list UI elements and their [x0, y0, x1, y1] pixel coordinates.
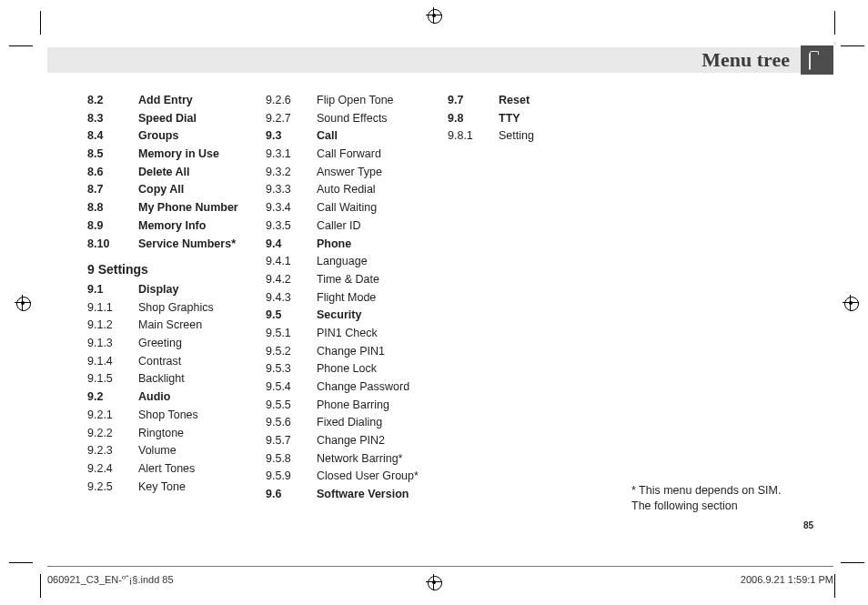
menu-number: 9.1.4 [87, 356, 138, 368]
menu-label: Phone [317, 238, 448, 250]
menu-row: 8.10Service Numbers* [87, 238, 260, 250]
menu-label: Key Tone [138, 481, 260, 493]
menu-number: 8.9 [87, 220, 138, 232]
menu-row: 9.5.5Phone Barring [266, 399, 448, 411]
menu-label: Auto Redial [317, 184, 448, 196]
menu-label: Answer Type [317, 166, 448, 178]
menu-label: Contrast [138, 356, 260, 368]
menu-number: 8.6 [87, 166, 138, 178]
menu-row: 9.8TTY [448, 113, 593, 125]
menu-label: Backlight [138, 373, 260, 385]
menu-row: 8.7Copy All [87, 184, 260, 196]
menu-label: Shop Tones [138, 409, 260, 421]
menu-label: Main Screen [138, 319, 260, 331]
menu-number: 9.7 [448, 95, 499, 106]
menu-label: Fixed Dialing [317, 417, 448, 429]
menu-row: 9.4.1Language [266, 256, 448, 267]
menu-label: Add Entry [138, 95, 260, 106]
menu-label: Security [317, 309, 448, 321]
registration-mark-icon [426, 7, 442, 24]
menu-label: Phone Lock [317, 363, 448, 375]
menu-label: Software Version [317, 489, 448, 500]
menu-number: 9.5.6 [266, 417, 317, 429]
content-area: 8.2Add Entry8.3Speed Dial8.4Groups8.5Mem… [87, 95, 819, 523]
menu-label: Sound Effects [317, 113, 448, 125]
menu-label: Volume [138, 445, 260, 457]
menu-row: 9.1.1Shop Graphics [87, 302, 260, 314]
footnote: * This menu depends on SIM. The followin… [631, 483, 813, 514]
menu-label: Change PIN1 [317, 346, 448, 358]
menu-label: Call Waiting [317, 202, 448, 214]
menu-number: 8.2 [87, 95, 138, 106]
menu-row: 8.6Delete All [87, 166, 260, 178]
menu-number: 9.3.3 [266, 184, 317, 196]
menu-number: 9.6 [266, 489, 317, 500]
menu-row: 9.5.4Change Password [266, 381, 448, 393]
menu-number: 9.2.7 [266, 113, 317, 125]
menu-number: 9.3.1 [266, 148, 317, 160]
menu-label: Memory in Use [138, 148, 260, 160]
footer-right: 2006.9.21 1:59:1 PM [741, 574, 833, 585]
footnote-line2: The following section [631, 499, 738, 512]
menu-number: 9.5 [266, 309, 317, 321]
menu-row: 9.3.3Auto Redial [266, 184, 448, 196]
menu-number: 9.1.1 [87, 302, 138, 314]
footnote-line1: * This menu depends on SIM. [631, 484, 781, 497]
menu-number: 9.4.1 [266, 256, 317, 267]
menu-number: 9.5.7 [266, 435, 317, 447]
footer: 060921_C3_EN-ºˆ¡§.indd 85 2006.9.21 1:59… [47, 566, 833, 585]
menu-row: 9.7Reset [448, 95, 593, 106]
menu-label: PIN1 Check [317, 328, 448, 339]
menu-row: 9.2.5Key Tone [87, 481, 260, 493]
menu-label: Audio [138, 391, 260, 403]
menu-label: Change Password [317, 381, 448, 393]
menu-label: Closed User Group* [317, 470, 448, 482]
menu-label: Flight Mode [317, 292, 448, 304]
menu-label: Ringtone [138, 428, 260, 439]
menu-number: 9.4.3 [266, 292, 317, 304]
menu-label: Call Forward [317, 148, 448, 160]
header-tab [801, 45, 833, 75]
menu-number: 9.3.4 [266, 202, 317, 214]
menu-row: 9.2.4Alert Tones [87, 463, 260, 475]
menu-row: 9.3.1Call Forward [266, 148, 448, 160]
menu-row: 8.3Speed Dial [87, 113, 260, 125]
menu-row: 9.5.2Change PIN1 [266, 346, 448, 358]
menu-row: 9.4.3Flight Mode [266, 292, 448, 304]
menu-row: 9.4.2Time & Date [266, 274, 448, 286]
menu-row: 9.2.2Ringtone [87, 428, 260, 439]
page-title: Menu tree [701, 47, 795, 73]
menu-number: 9.5.4 [266, 381, 317, 393]
menu-label: My Phone Number [138, 202, 260, 214]
menu-number: 9.5.2 [266, 346, 317, 358]
menu-number: 9.2.1 [87, 409, 138, 421]
menu-number: 9.8 [448, 113, 499, 125]
menu-label: Network Barring* [317, 453, 448, 465]
menu-number: 9.1 [87, 284, 138, 296]
menu-number: 9.1.3 [87, 338, 138, 349]
menu-row: 9.5.7Change PIN2 [266, 435, 448, 447]
menu-number: 8.5 [87, 148, 138, 160]
menu-row: 9.3.4Call Waiting [266, 202, 448, 214]
menu-label: Setting [499, 130, 593, 142]
folder-arrow-icon [809, 54, 825, 66]
footer-left: 060921_C3_EN-ºˆ¡§.indd 85 [47, 574, 174, 585]
menu-row: 9.2.1Shop Tones [87, 409, 260, 421]
menu-number: 9.2.3 [87, 445, 138, 457]
menu-number: 9.1.2 [87, 319, 138, 331]
menu-row: 9.8.1Setting [448, 130, 593, 142]
menu-number: 9.2.2 [87, 428, 138, 439]
menu-row: 9.5Security [266, 309, 448, 321]
menu-row: 8.2Add Entry [87, 95, 260, 106]
menu-row: 9.1.2Main Screen [87, 319, 260, 331]
menu-label: Memory Info [138, 220, 260, 232]
menu-label: Time & Date [317, 274, 448, 286]
menu-label: Speed Dial [138, 113, 260, 125]
menu-label: Alert Tones [138, 463, 260, 475]
menu-row: 8.4Groups [87, 130, 260, 142]
menu-row: 9.1.4Contrast [87, 356, 260, 368]
column-3: 9.7Reset9.8TTY9.8.1Setting [448, 95, 593, 148]
menu-row: 8.9Memory Info [87, 220, 260, 232]
menu-label: Groups [138, 130, 260, 142]
menu-label: Phone Barring [317, 399, 448, 411]
